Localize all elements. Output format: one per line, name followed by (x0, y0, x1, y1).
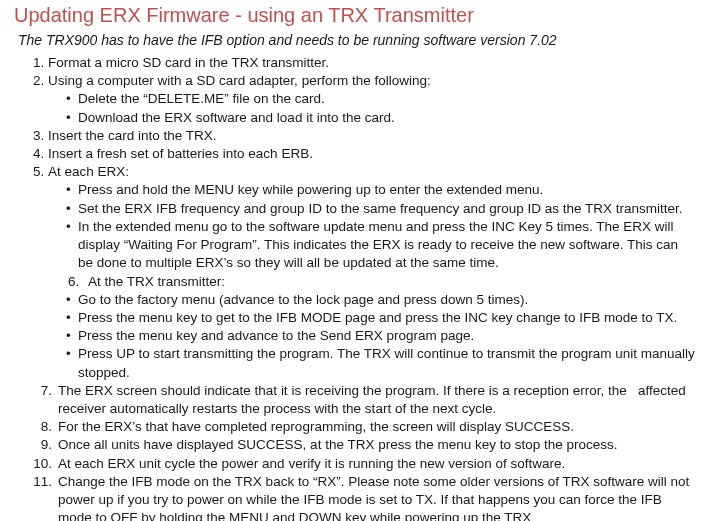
step-11: Change the IFB mode on the TRX back to “… (54, 473, 703, 521)
step-3: Insert the card into the TRX. (48, 127, 703, 145)
page-title: Updating ERX Firmware - using an TRX Tra… (14, 2, 703, 29)
instruction-list-continued: The ERX screen should indicate that it i… (14, 382, 703, 521)
step-5: At each ERX: Press and hold the MENU key… (48, 163, 703, 382)
step-2-substeps: Delete the “DELETE.ME” file on the card.… (48, 90, 695, 126)
step-6d: Press UP to start transmitting the progr… (66, 345, 695, 381)
document-page: Updating ERX Firmware - using an TRX Tra… (0, 0, 711, 521)
step-1: Format a micro SD card in the TRX transm… (48, 54, 703, 72)
step-5c: In the extended menu go to the software … (66, 218, 695, 273)
step-7: The ERX screen should indicate that it i… (54, 382, 703, 418)
step-6b: Press the menu key to get to the IFB MOD… (66, 309, 695, 327)
step-6-text: At the TRX transmitter: (88, 274, 225, 289)
document-subtitle: The TRX900 has to have the IFB option an… (18, 31, 703, 50)
step-8: For the ERX’s that have completed reprog… (54, 418, 703, 436)
step-10: At each ERX unit cycle the power and ver… (54, 455, 703, 473)
step-4: Insert a fresh set of batteries into eac… (48, 145, 703, 163)
step-6c: Press the menu key and advance to the Se… (66, 327, 695, 345)
step-2b: Download the ERX software and load it in… (66, 109, 695, 127)
step-6: At the TRX transmitter: (68, 273, 695, 291)
step-2-text: Using a computer with a SD card adapter,… (48, 73, 431, 88)
step-6-substeps: Go to the factory menu (advance to the l… (48, 291, 695, 382)
step-2: Using a computer with a SD card adapter,… (48, 72, 703, 127)
nested-step-6: At the TRX transmitter: (48, 273, 695, 291)
step-5-text: At each ERX: (48, 164, 129, 179)
step-5b: Set the ERX IFB frequency and group ID t… (66, 200, 695, 218)
step-2a: Delete the “DELETE.ME” file on the card. (66, 90, 695, 108)
step-6a: Go to the factory menu (advance to the l… (66, 291, 695, 309)
step-5-substeps: Press and hold the MENU key while poweri… (48, 181, 695, 272)
instruction-list: Format a micro SD card in the TRX transm… (14, 54, 703, 382)
step-5a: Press and hold the MENU key while poweri… (66, 181, 695, 199)
step-9: Once all units have displayed SUCCESS, a… (54, 436, 703, 454)
